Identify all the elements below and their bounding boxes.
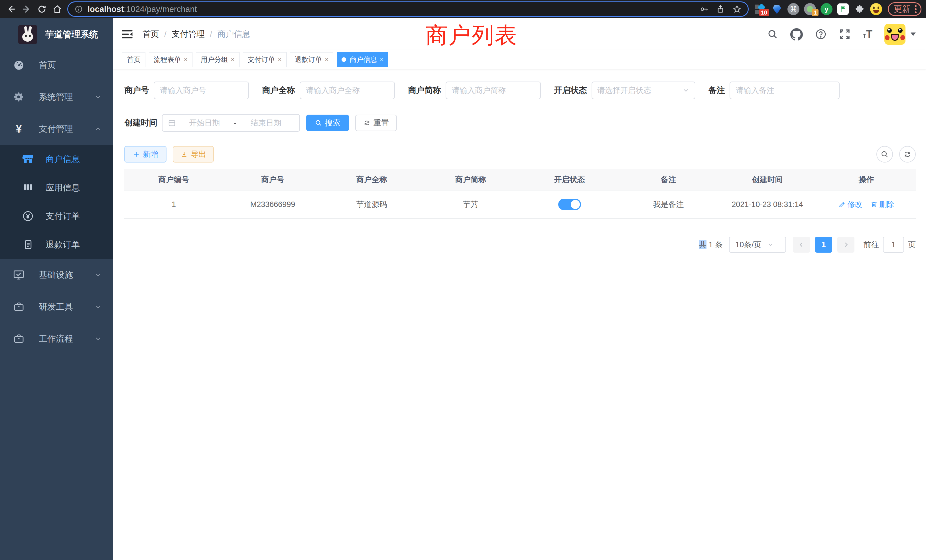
browser-menu-icon[interactable] xyxy=(915,5,917,13)
extensions-puzzle-icon[interactable] xyxy=(853,3,866,15)
extension-recorder-icon[interactable]: 1 xyxy=(804,3,816,15)
full-name-input[interactable] xyxy=(300,82,395,99)
browser-back-button[interactable] xyxy=(5,3,18,16)
merchant-no-input[interactable] xyxy=(154,82,249,99)
sidebar-item-label: 支付管理 xyxy=(39,123,94,135)
sidebar-menu: 首页 系统管理 ¥ 支付管理 xyxy=(0,49,113,355)
cell-id: 1 xyxy=(124,200,223,209)
page-info-icon[interactable] xyxy=(74,5,83,14)
table-toolbar: 新增 导出 xyxy=(124,146,916,162)
cell-short-name: 芋艿 xyxy=(421,199,520,210)
grid-icon xyxy=(21,182,35,193)
extension-flag-icon[interactable] xyxy=(837,3,849,15)
header-search-icon[interactable] xyxy=(767,29,778,40)
tab-pay-order[interactable]: 支付订单× xyxy=(243,52,286,67)
reset-button[interactable]: 重置 xyxy=(355,115,397,131)
delete-button[interactable]: 删除 xyxy=(870,200,894,210)
cell-status xyxy=(520,199,619,210)
browser-home-button[interactable] xyxy=(51,3,64,16)
filter-row-1: 商户号 商户全称 商户简称 开启状态 请选择开启状态 xyxy=(124,82,916,99)
share-icon[interactable] xyxy=(716,5,725,14)
bookmark-star-icon[interactable] xyxy=(732,5,741,14)
extension-kite-icon[interactable]: 10 xyxy=(754,3,767,15)
sidebar-toggle-icon[interactable] xyxy=(121,29,133,40)
font-size-icon[interactable]: тT xyxy=(863,28,872,40)
url-host: localhost xyxy=(88,5,124,14)
url-text: localhost:1024/pay/merchant xyxy=(88,5,197,14)
sidebar-item-merchant-info[interactable]: 商户信息 xyxy=(0,145,113,173)
yen-icon: ¥ xyxy=(12,123,26,135)
document-icon xyxy=(21,239,35,250)
page-1-button[interactable]: 1 xyxy=(815,237,832,253)
dashboard-icon xyxy=(12,59,26,71)
chevron-left-icon xyxy=(798,241,805,248)
sidebar-item-home[interactable]: 首页 xyxy=(0,49,113,81)
sidebar-item-label: 研发工具 xyxy=(39,301,94,313)
help-icon[interactable] xyxy=(815,28,827,40)
sidebar-item-dev-tools[interactable]: 研发工具 xyxy=(0,291,113,323)
extension-command-icon[interactable]: ⌘ xyxy=(787,3,800,15)
breadcrumb-pay[interactable]: 支付管理 xyxy=(172,29,205,40)
tab-process-form[interactable]: 流程表单× xyxy=(149,52,192,67)
close-icon[interactable]: × xyxy=(380,56,383,63)
github-icon[interactable] xyxy=(790,28,803,41)
cell-create-time: 2021-10-23 08:31:14 xyxy=(718,200,817,209)
extension-gem-icon[interactable] xyxy=(771,3,783,15)
remark-input[interactable] xyxy=(729,82,840,99)
short-name-input[interactable] xyxy=(446,82,541,99)
close-icon[interactable]: × xyxy=(184,56,188,63)
tab-user-group[interactable]: 用户分组× xyxy=(196,52,239,67)
edit-button[interactable]: 修改 xyxy=(838,200,862,210)
add-button[interactable]: 新增 xyxy=(124,146,166,162)
sidebar-item-label: 首页 xyxy=(39,59,102,71)
next-page-button[interactable] xyxy=(837,237,855,253)
sidebar-item-label: 应用信息 xyxy=(45,182,80,194)
fullscreen-icon[interactable] xyxy=(839,28,851,40)
chevron-up-icon xyxy=(94,125,102,133)
password-key-icon[interactable] xyxy=(699,5,708,14)
app-title: 芋道管理系统 xyxy=(45,29,98,41)
create-time-range-picker[interactable]: 开始日期 - 结束日期 xyxy=(162,114,300,132)
sidebar-item-infra[interactable]: 基础设施 xyxy=(0,259,113,291)
sidebar-item-workflow[interactable]: 工作流程 xyxy=(0,323,113,355)
url-bar[interactable]: localhost:1024/pay/merchant xyxy=(67,2,749,17)
browser-forward-button[interactable] xyxy=(20,3,33,16)
sidebar-item-system[interactable]: 系统管理 xyxy=(0,81,113,113)
status-select[interactable]: 请选择开启状态 xyxy=(592,82,695,99)
close-icon[interactable]: × xyxy=(278,56,282,63)
prev-page-button[interactable] xyxy=(793,237,810,253)
search-button[interactable]: 搜索 xyxy=(306,115,349,131)
tags-view-bar: 首页 流程表单× 用户分组× 支付订单× 退款订单× 商户信息× xyxy=(113,50,926,69)
show-search-button[interactable] xyxy=(876,146,893,162)
refresh-table-button[interactable] xyxy=(899,146,916,162)
extension-emoji-icon[interactable] xyxy=(870,3,882,15)
full-name-label: 商户全称 xyxy=(262,85,295,96)
url-path: :1024/pay/merchant xyxy=(124,5,197,14)
table-header: 商户编号 商户号 商户全称 商户简称 开启状态 备注 创建时间 操作 xyxy=(124,170,916,191)
sidebar-item-app-info[interactable]: 应用信息 xyxy=(0,173,113,202)
breadcrumb-home[interactable]: 首页 xyxy=(142,29,159,40)
goto-label: 前往 xyxy=(864,239,879,250)
sidebar-item-refund-order[interactable]: 退款订单 xyxy=(0,230,113,259)
page-content: 商户号 商户全称 商户简称 开启状态 请选择开启状态 xyxy=(113,69,926,560)
browser-update-button[interactable]: 更新 xyxy=(888,2,921,16)
sidebar-logo[interactable]: 芋道管理系统 xyxy=(0,18,113,44)
chevron-down-icon xyxy=(94,271,102,279)
tab-merchant-info[interactable]: 商户信息× xyxy=(337,52,388,67)
browser-reload-button[interactable] xyxy=(35,3,48,16)
refresh-icon xyxy=(363,119,371,127)
avatar-caret-icon[interactable] xyxy=(911,32,916,36)
sidebar-item-pay-order[interactable]: 支付订单 xyxy=(0,202,113,230)
tab-home[interactable]: 首页 xyxy=(122,52,145,67)
user-avatar[interactable] xyxy=(884,24,905,45)
close-icon[interactable]: × xyxy=(325,56,329,63)
sidebar-item-pay[interactable]: ¥ 支付管理 xyxy=(0,113,113,145)
extension-y-icon[interactable]: y xyxy=(820,3,833,15)
tab-refund-order[interactable]: 退款订单× xyxy=(290,52,334,67)
page-size-select[interactable]: 10条/页 xyxy=(729,237,786,253)
goto-page-input[interactable] xyxy=(883,237,904,253)
export-button[interactable]: 导出 xyxy=(173,146,214,162)
close-icon[interactable]: × xyxy=(231,56,235,63)
page-annotation: 商户列表 xyxy=(425,21,518,50)
status-toggle[interactable] xyxy=(558,199,581,210)
